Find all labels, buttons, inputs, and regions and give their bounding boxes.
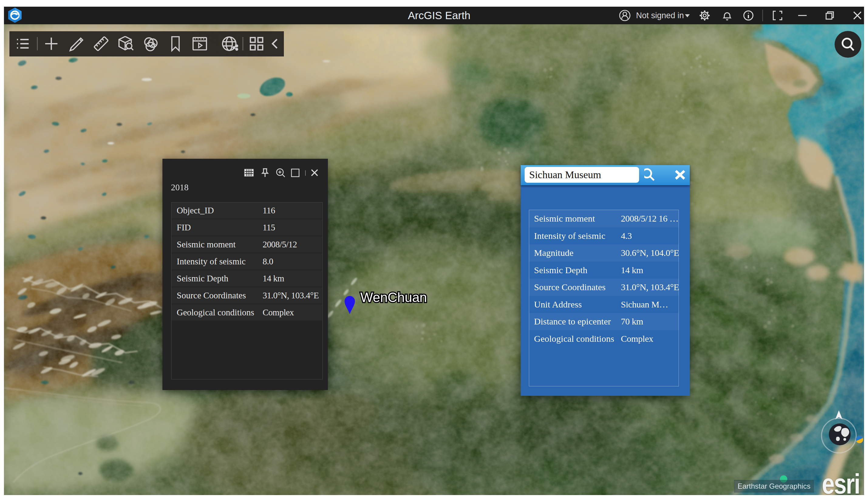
- svg-text:Not signed in: Not signed in: [636, 11, 684, 20]
- svg-text:WenChuan: WenChuan: [360, 290, 427, 305]
